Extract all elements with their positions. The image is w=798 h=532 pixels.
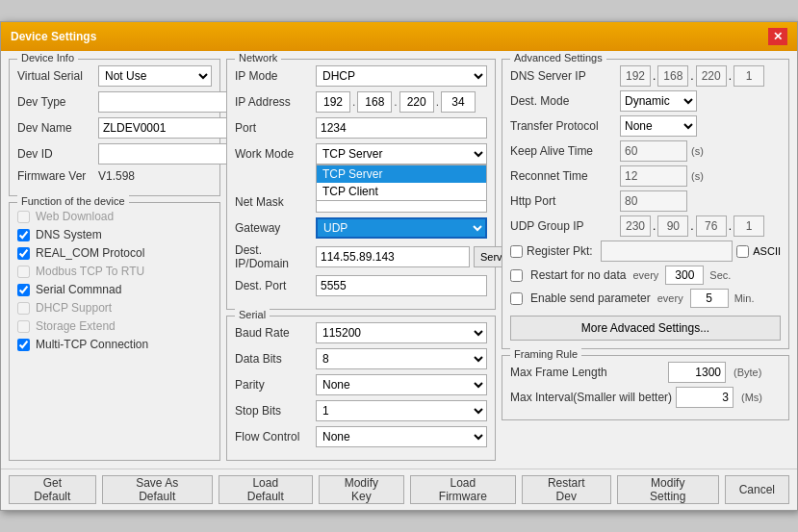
- dest-mode-select[interactable]: Dynamic Static: [620, 90, 697, 112]
- modbus-tcp-checkbox[interactable]: [17, 266, 30, 278]
- dhcp-support-row: DHCP Support: [17, 300, 212, 316]
- transfer-protocol-label: Transfer Protocol: [510, 119, 616, 133]
- cancel-button[interactable]: Cancel: [725, 475, 789, 504]
- dev-type-label: Dev Type: [17, 95, 94, 109]
- ip-seg-3[interactable]: [399, 91, 434, 113]
- work-mode-select[interactable]: TCP Server TCP Client UDP: [316, 143, 487, 165]
- storage-extend-checkbox[interactable]: [17, 320, 30, 333]
- web-download-label: Web Download: [36, 210, 114, 223]
- parity-row: Parity None Odd Even: [235, 374, 487, 395]
- real-com-checkbox[interactable]: [17, 247, 30, 260]
- dns-ip-1[interactable]: [620, 65, 651, 87]
- enable-send-checkbox[interactable]: [510, 292, 523, 305]
- http-port-input[interactable]: [620, 190, 687, 212]
- virtual-serial-select[interactable]: Not Use COM1 COM2: [98, 65, 212, 87]
- dns-ip-3[interactable]: [696, 65, 727, 87]
- ip-mode-row: IP Mode DHCP Static: [235, 65, 487, 87]
- restart-no-data-checkbox[interactable]: [510, 269, 523, 282]
- udp-ip-1[interactable]: [620, 215, 651, 237]
- ip-address-fields: . . .: [316, 91, 487, 113]
- serial-command-checkbox[interactable]: [17, 284, 30, 296]
- keep-alive-label: Keep Alive Time: [510, 144, 616, 158]
- dev-id-label: Dev ID: [17, 147, 94, 161]
- title-bar: Device Settings ✕: [1, 22, 797, 51]
- ip-seg-4[interactable]: [441, 91, 476, 113]
- parity-select[interactable]: None Odd Even: [316, 374, 487, 395]
- register-pkt-input[interactable]: [601, 241, 734, 262]
- reconnet-input[interactable]: [620, 165, 687, 187]
- web-download-checkbox[interactable]: [17, 211, 30, 223]
- close-button[interactable]: ✕: [768, 28, 787, 45]
- dest-mode-row: Dest. Mode Dynamic Static: [510, 90, 781, 112]
- modify-setting-button[interactable]: Modify Setting: [617, 475, 719, 504]
- modify-key-button[interactable]: Modify Key: [319, 475, 404, 504]
- data-bits-row: Data Bits 8 7: [235, 348, 487, 369]
- udp-ip-2[interactable]: [657, 215, 688, 237]
- right-buttons: Modify Key Load Firmware Restart Dev Mod…: [319, 475, 789, 504]
- restart-no-data-row: Restart for no data every Sec.: [510, 266, 781, 285]
- dest-ip-input[interactable]: [316, 246, 470, 267]
- restart-value-input[interactable]: [665, 266, 704, 285]
- max-interval-unit: (Ms): [741, 392, 762, 403]
- multi-tcp-label: Multi-TCP Connection: [36, 338, 148, 351]
- enable-value-input[interactable]: [690, 289, 729, 308]
- stop-bits-select[interactable]: 1 2: [316, 400, 487, 421]
- dev-name-row: Dev Name: [17, 117, 212, 139]
- gateway-select[interactable]: UDP TCP Server TCP Client: [316, 217, 487, 239]
- dns-system-label: DNS System: [36, 228, 102, 241]
- flow-control-select[interactable]: None RTS/CTS XON/XOFF: [316, 426, 487, 447]
- flow-control-label: Flow Control: [235, 430, 312, 443]
- port-input[interactable]: [316, 117, 487, 139]
- virtual-serial-row: Virtual Serial Not Use COM1 COM2: [17, 65, 212, 87]
- ip-seg-2[interactable]: [357, 91, 392, 113]
- multi-tcp-checkbox[interactable]: [17, 339, 30, 351]
- workmode-tcp-client[interactable]: TCP Client: [317, 183, 486, 200]
- baud-rate-label: Baud Rate: [235, 326, 312, 340]
- left-panel: Device Info Virtual Serial Not Use COM1 …: [9, 59, 220, 461]
- transfer-protocol-select[interactable]: None TCP UDP: [620, 115, 697, 137]
- workmode-tcp-server[interactable]: TCP Server: [317, 165, 486, 183]
- parity-label: Parity: [235, 378, 312, 392]
- load-firmware-button[interactable]: Load Firmware: [410, 475, 516, 504]
- dns-ip-4[interactable]: [734, 65, 764, 87]
- modbus-tcp-row: Modbus TCP To RTU: [17, 264, 212, 279]
- ip-mode-label: IP Mode: [235, 69, 312, 83]
- http-port-row: Http Port: [510, 190, 781, 212]
- firmware-ver-label: Firmware Ver: [17, 169, 94, 183]
- max-interval-input[interactable]: [676, 387, 734, 408]
- register-pkt-checkbox[interactable]: [510, 245, 523, 258]
- serial-group: Serial Baud Rate 115200 57600 38400 Data…: [226, 316, 496, 461]
- more-settings-button[interactable]: More Advaced Settings...: [510, 316, 781, 341]
- flow-control-row: Flow Control None RTS/CTS XON/XOFF: [235, 426, 487, 447]
- udp-ip-3[interactable]: [696, 215, 727, 237]
- ip-mode-select[interactable]: DHCP Static: [316, 65, 487, 87]
- register-pkt-row: Register Pkt: ASCII: [510, 241, 781, 262]
- get-default-button[interactable]: Get Default: [9, 475, 96, 504]
- dns-ip-row: DNS Server IP . . .: [510, 65, 781, 87]
- net-mask-label: Net Mask: [235, 195, 312, 209]
- dest-port-input[interactable]: [316, 275, 487, 296]
- multi-tcp-row: Multi-TCP Connection: [17, 337, 212, 352]
- restart-dev-button[interactable]: Restart Dev: [522, 475, 611, 504]
- device-info-group: Device Info Virtual Serial Not Use COM1 …: [9, 59, 220, 196]
- udp-ip-4[interactable]: [734, 215, 764, 237]
- gateway-row: Gateway UDP TCP Server TCP Client: [235, 217, 487, 239]
- ascii-checkbox[interactable]: [736, 245, 749, 258]
- dialog-title: Device Settings: [11, 30, 96, 43]
- ip-seg-1[interactable]: [316, 91, 350, 113]
- max-frame-input[interactable]: [668, 362, 726, 383]
- baud-rate-select[interactable]: 115200 57600 38400: [316, 322, 487, 343]
- max-frame-label: Max Frame Length: [510, 366, 664, 379]
- enable-every-label: every: [657, 292, 683, 304]
- work-mode-row: Work Mode TCP Server TCP Client UDP TCP …: [235, 143, 487, 165]
- load-default-button[interactable]: Load Default: [219, 475, 313, 504]
- save-as-default-button[interactable]: Save As Default: [102, 475, 213, 504]
- dhcp-support-checkbox[interactable]: [17, 302, 30, 315]
- keep-alive-input[interactable]: [620, 140, 687, 162]
- dns-ip-2[interactable]: [657, 65, 688, 87]
- dns-system-checkbox[interactable]: [17, 229, 30, 241]
- dns-ip-fields: . . .: [620, 65, 781, 87]
- dest-port-row: Dest. Port: [235, 275, 487, 296]
- data-bits-select[interactable]: 8 7: [316, 348, 487, 369]
- dev-type-row: Dev Type: [17, 91, 212, 113]
